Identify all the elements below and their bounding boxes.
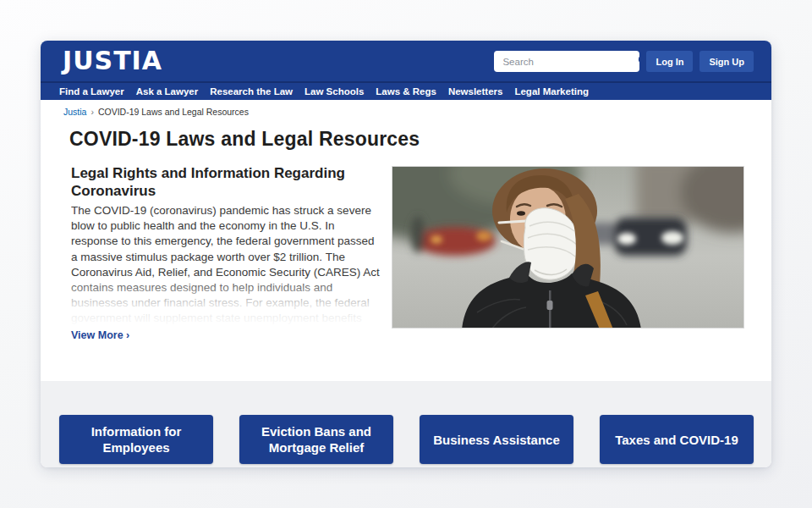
nav-newsletters[interactable]: Newsletters [448,86,503,97]
nav-ask-a-lawyer[interactable]: Ask a Lawyer [136,86,199,97]
search-box [494,51,639,72]
nav-find-a-lawyer[interactable]: Find a Lawyer [59,86,124,97]
signup-button[interactable]: Sign Up [700,51,754,72]
justia-page-card: JUSTIA Log In Sign Up Find a Lawyer Ask … [41,41,771,467]
search-icon [638,54,639,69]
cta-row: Information for Employees Eviction Bans … [59,415,754,464]
login-button[interactable]: Log In [646,51,693,72]
hero-photo [392,166,744,329]
cta-section: Information for Employees Eviction Bans … [41,381,771,467]
nav-laws-and-regs[interactable]: Laws & Regs [376,86,436,97]
search-input[interactable] [494,51,638,72]
breadcrumb-home-link[interactable]: Justia [63,107,86,117]
cta-taxes-and-covid-19[interactable]: Taxes and COVID-19 [600,415,754,464]
nav-law-schools[interactable]: Law Schools [304,86,364,97]
view-more-link[interactable]: View More › [71,329,129,341]
cta-eviction-bans-mortgage-relief[interactable]: Eviction Bans and Mortgage Relief [239,415,393,464]
nav-research-the-law[interactable]: Research the Law [210,86,293,97]
header-actions: Log In Sign Up [494,51,754,72]
section-heading: Legal Rights and Information Regarding C… [71,164,365,200]
breadcrumb-separator: › [91,107,94,117]
search-button[interactable] [638,51,639,72]
woman-face-mask-photo [392,167,744,329]
breadcrumb: Justia › COVID-19 Laws and Legal Resourc… [63,107,249,117]
intro-paragraph-wrap: The COVID-19 (coronavirus) pandemic has … [71,203,381,327]
site-header: JUSTIA Log In Sign Up [41,41,771,81]
intro-paragraph: The COVID-19 (coronavirus) pandemic has … [71,203,381,327]
nav-legal-marketing[interactable]: Legal Marketing [514,86,589,97]
justia-logo[interactable]: JUSTIA [63,48,162,74]
page-title: COVID-19 Laws and Legal Resources [69,128,420,151]
cta-information-for-employees[interactable]: Information for Employees [59,415,213,464]
cta-business-assistance[interactable]: Business Assistance [420,415,573,464]
breadcrumb-current: COVID-19 Laws and Legal Resources [98,107,249,117]
main-nav: Find a Lawyer Ask a Lawyer Research the … [41,81,771,100]
